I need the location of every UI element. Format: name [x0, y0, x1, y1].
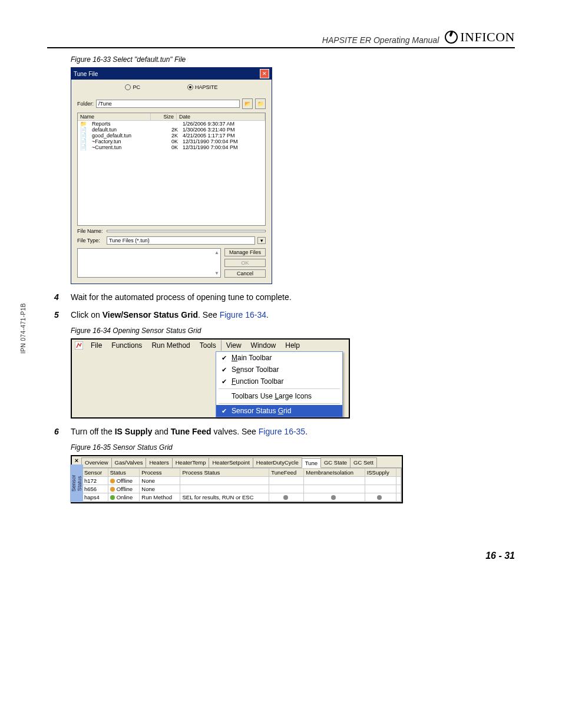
folder-up-icon[interactable]: 📂	[242, 98, 253, 109]
fig34-link[interactable]: Figure 16-34	[220, 310, 266, 319]
menu-tools[interactable]: Tools	[195, 340, 221, 351]
svg-rect-0	[75, 341, 83, 350]
tab-overview[interactable]: Overview	[81, 457, 112, 467]
tab-gc-state[interactable]: GC State	[320, 457, 351, 467]
col-date[interactable]: Date	[177, 113, 265, 120]
tab-heatertemp[interactable]: HeaterTemp	[172, 457, 210, 467]
fig35-caption: Figure 16-35 Sensor Status Grid	[71, 443, 515, 452]
menu-run-method[interactable]: Run Method	[147, 340, 194, 351]
status-dot	[110, 487, 115, 492]
fig34-caption: Figure 16-34 Opening Sensor Status Grid	[71, 327, 515, 335]
grid-row[interactable]: haps4OnlineRun MethodSEL for results, RU…	[82, 493, 401, 502]
doc-title: HAPSITE ER Operating Manual	[322, 35, 439, 45]
grid-row[interactable]: h172OfflineNone	[82, 477, 401, 485]
menu-large-icons[interactable]: Toolbars Use Large Icons	[216, 390, 342, 402]
grid-row[interactable]: h656OfflineNone	[82, 485, 401, 493]
folder-input[interactable]: /Tune	[96, 100, 240, 108]
file-row[interactable]: 📄~Current.tun0K12/31/1990 7:00:04 PM	[78, 144, 265, 150]
sensor-grid[interactable]: SensorStatusProcessProcess StatusTuneFee…	[81, 468, 402, 502]
ok-button[interactable]: OK	[224, 259, 266, 267]
tab-tune[interactable]: Tune	[302, 458, 321, 468]
menu-window[interactable]: Window	[246, 340, 281, 351]
status-dot	[110, 479, 115, 483]
panel-side-label: Sensor Status	[70, 465, 83, 502]
col-tunefeed: TuneFeed	[269, 469, 304, 477]
step-5-text: Click on View/Sensor Status Grid. See Fi…	[71, 310, 515, 319]
new-folder-icon[interactable]: 📁	[255, 98, 266, 109]
menu-help[interactable]: Help	[280, 340, 305, 351]
radio-pc-label: PC	[133, 84, 140, 90]
menu-view[interactable]: View	[221, 340, 246, 351]
menu-sensor-toolbar[interactable]: ✔ Sensor Toolbar	[216, 364, 342, 375]
status-dot	[283, 495, 288, 500]
file-list[interactable]: Name Size Date 📁Reports1/26/2006 9:30:37…	[77, 113, 266, 226]
brand-icon	[445, 31, 458, 44]
tab-heaterdutycycle[interactable]: HeaterDutyCycle	[253, 457, 302, 467]
manage-files-button[interactable]: Manage Files	[224, 248, 266, 256]
col-blank	[396, 469, 401, 477]
tab-heaters[interactable]: Heaters	[146, 457, 172, 467]
status-dot	[377, 495, 382, 500]
tab-gas-valves[interactable]: Gas/Valves	[111, 457, 147, 467]
fig33-caption: Figure 16-33 Select "default.tun" File	[71, 55, 515, 64]
filetype-label: File Type:	[77, 238, 104, 243]
file-row[interactable]: 📄~Factory.tun0K12/31/1990 7:00:04 PM	[78, 139, 265, 144]
menu-functions[interactable]: Functions	[107, 340, 147, 351]
dropdown-icon[interactable]: ▾	[257, 237, 266, 244]
check-icon: ✔	[220, 407, 228, 415]
view-dropdown: ✔ Main Toolbar ✔ Sensor Toolbar ✔ Functi…	[216, 351, 343, 417]
col-process: Process	[140, 469, 180, 477]
col-issupply: ISSupply	[365, 469, 396, 477]
step-6-number: 6	[54, 427, 62, 436]
col-status: Status	[108, 469, 140, 477]
status-box: ▲ ▼	[77, 248, 221, 278]
col-sensor: Sensor	[82, 469, 108, 477]
sensor-status-grid-figure: × Sensor Status OverviewGas/ValvesHeater…	[71, 455, 403, 503]
tab-gc-sett[interactable]: GC Sett	[350, 457, 377, 467]
filename-label: File Name:	[77, 228, 104, 234]
cancel-button[interactable]: Cancel	[224, 269, 266, 278]
col-process status: Process Status	[180, 469, 269, 477]
step-4-text: Wait for the automated process of openin…	[71, 292, 515, 302]
radio-hapsite-label: HAPSITE	[195, 84, 218, 90]
check-icon: ✔	[220, 354, 228, 362]
filetype-select[interactable]: Tune Files (*.tun)	[107, 236, 255, 245]
radio-hapsite[interactable]: HAPSITE	[187, 84, 218, 90]
page-number: 16 - 31	[47, 551, 515, 561]
check-icon: ✔	[220, 366, 228, 374]
menu-figure: FileFunctionsRun MethodToolsViewWindowHe…	[71, 338, 350, 419]
brand-logo: INFICON	[445, 29, 515, 45]
tab-heatersetpoint[interactable]: HeaterSetpoint	[209, 457, 253, 467]
file-row[interactable]: 📄good_default.tun2K4/21/2005 1:17:17 PM	[78, 133, 265, 139]
status-dot	[331, 495, 336, 500]
file-row[interactable]: 📄default.tun2K1/30/2006 3:21:40 PM	[78, 127, 265, 133]
step-4-number: 4	[54, 292, 62, 302]
step-5-number: 5	[54, 310, 62, 319]
menu-main-toolbar[interactable]: ✔ Main Toolbar	[216, 352, 342, 364]
brand-text: INFICON	[460, 29, 515, 45]
menu-file[interactable]: File	[86, 340, 107, 351]
col-size[interactable]: Size	[151, 113, 177, 120]
side-note: IPN 074-471-P1B	[20, 303, 27, 354]
col-name[interactable]: Name	[78, 113, 151, 120]
app-icon	[74, 341, 84, 350]
step-6-text: Turn off the IS Supply and Tune Feed val…	[71, 427, 515, 436]
check-icon: ✔	[220, 378, 228, 386]
dialog-title: Tune File	[74, 71, 98, 77]
menu-sensor-status-grid[interactable]: ✔ Sensor Status Grid	[216, 405, 342, 417]
scroll-down-icon[interactable]: ▼	[214, 271, 219, 276]
folder-label: Folder:	[77, 101, 94, 107]
panel-close-icon[interactable]: ×	[73, 456, 80, 465]
file-row[interactable]: 📁Reports1/26/2006 9:30:37 AM	[78, 121, 265, 127]
close-button[interactable]: ✕	[260, 69, 269, 78]
radio-pc[interactable]: PC	[125, 84, 140, 90]
scroll-up-icon[interactable]: ▲	[214, 250, 219, 255]
fig35-link[interactable]: Figure 16-35	[259, 427, 305, 436]
tune-file-dialog: Tune File ✕ PC HAPSITE Folder: /Tune 📂 📁	[71, 67, 272, 284]
status-dot	[110, 495, 115, 500]
filename-input[interactable]	[107, 230, 266, 232]
menu-function-toolbar[interactable]: ✔ Function Toolbar	[216, 375, 342, 387]
col-membraneisolation: MembraneIsolation	[304, 469, 365, 477]
